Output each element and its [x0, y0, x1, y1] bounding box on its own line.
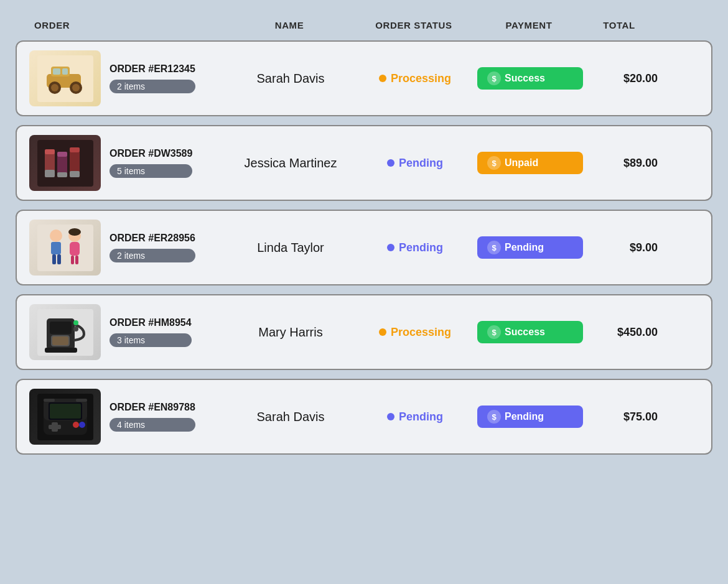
items-badge: 5 items	[110, 164, 192, 178]
svg-rect-41	[50, 404, 81, 419]
svg-rect-36	[45, 348, 77, 353]
order-status-text: Processing	[391, 326, 451, 339]
status-indicator	[379, 328, 386, 336]
items-badge: 2 items	[110, 249, 195, 262]
header-col-name: NAME	[227, 20, 352, 30]
svg-point-28	[68, 228, 81, 236]
customer-name: Linda Taylor	[228, 241, 353, 255]
payment-badge: $ Success	[477, 67, 583, 90]
svg-rect-46	[44, 399, 55, 402]
product-image	[29, 50, 101, 106]
order-total: $20.00	[583, 72, 658, 85]
order-info: ORDER #EN89788 4 items	[110, 402, 195, 432]
payment-badge: $ Unpaid	[477, 152, 583, 174]
svg-rect-11	[45, 149, 55, 154]
svg-rect-43	[52, 422, 58, 432]
order-cell: ORDER #HM8954 3 items	[29, 304, 228, 360]
svg-point-34	[73, 320, 78, 325]
order-number: ORDER #ER12345	[110, 63, 195, 75]
header-col-total: TOTAL	[582, 20, 656, 30]
svg-point-45	[79, 422, 85, 428]
table-row: ORDER #ER12345 2 items Sarah Davis Proce…	[16, 40, 712, 116]
header-col-order-status: ORDER STATUS	[352, 20, 476, 30]
table-row: ORDER #HM8954 3 items Mary Harris Proces…	[16, 294, 712, 370]
payment-icon: $	[487, 156, 501, 170]
status-indicator	[387, 159, 394, 167]
payment-label: Pending	[505, 242, 544, 253]
svg-rect-15	[70, 147, 80, 152]
svg-rect-27	[75, 256, 78, 264]
order-total: $9.00	[583, 241, 658, 254]
svg-rect-17	[57, 172, 67, 177]
svg-rect-25	[70, 242, 80, 256]
order-cell: ORDER #ER28956 2 items	[29, 220, 228, 276]
payment-label: Success	[505, 327, 545, 338]
table-header: ORDERNAMEORDER STATUSPAYMENTTOTAL	[16, 12, 712, 38]
customer-name: Mary Harris	[228, 325, 353, 340]
svg-rect-7	[53, 68, 60, 75]
header-col-payment: PAYMENT	[476, 20, 582, 30]
order-status-text: Pending	[399, 241, 443, 254]
table-row: ORDER #EN89788 4 items Sarah Davis Pendi…	[16, 379, 712, 455]
order-total: $89.00	[583, 157, 658, 170]
order-status-cell: Processing	[353, 326, 477, 339]
status-indicator	[387, 244, 394, 251]
items-badge: 4 items	[110, 418, 195, 432]
payment-icon: $	[487, 325, 501, 339]
order-info: ORDER #ER28956 2 items	[110, 233, 195, 262]
order-status-text: Pending	[399, 157, 443, 170]
svg-rect-47	[76, 399, 87, 402]
svg-rect-31	[50, 322, 72, 334]
order-status-text: Pending	[399, 410, 443, 424]
order-number: ORDER #EN89788	[110, 402, 195, 413]
svg-rect-22	[52, 254, 56, 264]
payment-badge: $ Success	[477, 321, 583, 343]
payment-label: Pending	[505, 411, 544, 422]
svg-point-20	[50, 229, 62, 242]
payment-icon: $	[487, 72, 501, 85]
items-badge: 3 items	[110, 333, 192, 347]
table-row: ORDER #DW3589 5 items Jessica Martinez P…	[16, 125, 712, 201]
order-status-cell: Pending	[353, 241, 477, 254]
svg-rect-18	[70, 171, 80, 177]
payment-icon: $	[487, 241, 501, 254]
order-total: $450.00	[583, 326, 658, 339]
order-info: ORDER #ER12345 2 items	[110, 63, 195, 93]
svg-rect-26	[71, 256, 74, 264]
customer-name: Jessica Martinez	[228, 156, 353, 170]
payment-label: Success	[505, 73, 545, 84]
customer-name: Sarah Davis	[228, 72, 353, 86]
order-number: ORDER #DW3589	[110, 148, 192, 159]
svg-point-6	[72, 84, 80, 91]
svg-rect-13	[57, 152, 67, 157]
order-total: $75.00	[583, 410, 658, 424]
payment-cell: $ Pending	[477, 406, 583, 428]
svg-rect-8	[62, 68, 68, 75]
product-image	[29, 304, 101, 360]
order-status-cell: Pending	[353, 157, 477, 170]
order-info: ORDER #HM8954 3 items	[110, 317, 192, 347]
svg-rect-19	[37, 225, 93, 271]
payment-cell: $ Unpaid	[477, 152, 583, 174]
payment-cell: $ Pending	[477, 236, 583, 259]
order-status-cell: Processing	[353, 72, 477, 85]
svg-point-35	[73, 327, 78, 331]
svg-point-4	[51, 84, 58, 91]
payment-cell: $ Success	[477, 67, 583, 90]
svg-rect-23	[57, 254, 61, 264]
order-status-text: Processing	[391, 72, 451, 85]
order-cell: ORDER #ER12345 2 items	[29, 50, 228, 106]
payment-badge: $ Pending	[477, 406, 583, 428]
order-number: ORDER #ER28956	[110, 233, 195, 244]
orders-list: ORDER #ER12345 2 items Sarah Davis Proce…	[16, 40, 712, 455]
svg-rect-21	[51, 242, 61, 254]
payment-label: Unpaid	[505, 157, 538, 169]
product-image	[29, 389, 101, 445]
svg-rect-16	[45, 170, 55, 177]
table-row: ORDER #ER28956 2 items Linda Taylor Pend…	[16, 210, 712, 285]
order-number: ORDER #HM8954	[110, 317, 192, 328]
payment-icon: $	[487, 410, 501, 424]
product-image	[29, 220, 101, 276]
header-col-order: ORDER	[28, 20, 227, 30]
svg-rect-33	[52, 336, 68, 345]
